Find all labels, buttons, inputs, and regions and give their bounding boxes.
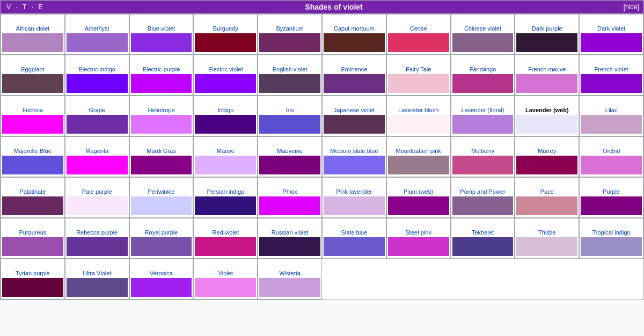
color-cell[interactable]: Phlox (258, 177, 322, 218)
color-cell[interactable]: African violet (1, 14, 65, 55)
color-cell[interactable]: Purpureus (1, 218, 65, 259)
color-cell[interactable]: Dark violet (579, 14, 643, 55)
color-cell[interactable]: Iris (258, 96, 322, 136)
color-cell[interactable]: Orchid (579, 136, 643, 177)
color-cell[interactable]: Electric purple (129, 55, 194, 96)
color-label: Electric indigo (78, 57, 115, 72)
color-cell[interactable]: Tekhelet (451, 218, 515, 259)
color-cell[interactable]: English violet (258, 55, 322, 96)
color-label: Periwinkle (148, 180, 174, 195)
color-swatch (452, 74, 514, 93)
color-label: Thistle (538, 221, 555, 236)
color-cell[interactable]: Ultra Violet (65, 259, 129, 300)
color-cell[interactable]: Tropical indigo (579, 218, 643, 259)
color-cell[interactable]: Palatinate (1, 177, 65, 218)
color-cell[interactable]: Eminence (322, 55, 386, 96)
color-cell[interactable]: Fuchsia (1, 96, 65, 136)
nav-v[interactable]: V (6, 3, 11, 11)
color-label: French mauve (528, 57, 566, 72)
color-cell[interactable]: Mardi Gras (129, 136, 194, 177)
color-cell[interactable]: Persian indigo (193, 177, 258, 218)
color-cell[interactable]: Blue-violet (129, 14, 194, 55)
color-cell[interactable]: Murrey (515, 136, 579, 177)
color-cell[interactable]: Pink lavender (322, 177, 386, 218)
nav-t[interactable]: T (23, 3, 26, 11)
color-label: Mardi Gras (147, 139, 175, 154)
color-cell[interactable]: Purple (579, 177, 643, 218)
color-swatch (388, 33, 449, 52)
nav-links[interactable]: V · T · E (5, 3, 44, 11)
color-cell[interactable]: Lavender (web) (515, 96, 579, 136)
color-cell[interactable]: Pomp and Power (451, 177, 515, 218)
color-label: Mulberry (471, 139, 494, 154)
hide-button[interactable]: [hide] (624, 3, 639, 11)
color-cell[interactable]: Royal purple (129, 218, 194, 259)
color-swatch (131, 196, 192, 215)
color-swatch (67, 115, 128, 134)
color-cell[interactable]: Grape (65, 96, 129, 136)
color-swatch (195, 156, 256, 174)
color-cell[interactable]: Plum (web) (386, 177, 451, 218)
color-cell[interactable]: Russian violet (258, 218, 322, 259)
color-cell[interactable]: Japanese violet (322, 96, 386, 136)
color-swatch (581, 115, 642, 134)
color-cell[interactable]: Cerise (386, 14, 451, 55)
color-cell[interactable]: Dark purple (515, 14, 579, 55)
color-cell[interactable]: Lavender (floral) (451, 96, 515, 136)
color-cell[interactable]: Indigo (193, 96, 258, 136)
color-label: Caput mortuum (334, 17, 375, 32)
color-cell[interactable]: Lilac (579, 96, 643, 136)
color-label: Pomp and Power (460, 180, 505, 195)
color-cell[interactable]: Medium slate blue (322, 136, 386, 177)
color-cell[interactable]: Eggplant (1, 55, 65, 96)
color-cell[interactable]: Electric violet (193, 55, 258, 96)
color-cell[interactable]: Fandango (451, 55, 515, 96)
color-cell[interactable]: Mulberry (451, 136, 515, 177)
color-cell[interactable]: Pale purple (65, 177, 129, 218)
color-cell[interactable]: French violet (579, 55, 643, 96)
color-cell[interactable]: Puce (515, 177, 579, 218)
color-swatch (259, 33, 320, 52)
color-label: Murrey (538, 139, 556, 154)
color-cell[interactable]: Thistle (515, 218, 579, 259)
color-cell[interactable]: Mountbatten pink (386, 136, 451, 177)
color-label: Pale purple (82, 180, 112, 195)
color-label: Dark violet (597, 17, 625, 32)
color-cell[interactable]: Mauveine (258, 136, 322, 177)
color-label: Cerise (410, 17, 427, 32)
color-label: French violet (595, 57, 628, 72)
color-cell[interactable]: Wisteria (258, 259, 322, 300)
color-cell[interactable]: Electric indigo (65, 55, 129, 96)
color-cell[interactable]: Burgundy (193, 14, 258, 55)
color-label: Fairy Tale (406, 57, 431, 72)
color-cell[interactable]: Tyrian purple (1, 259, 65, 300)
color-cell[interactable]: Red-violet (193, 218, 258, 259)
color-cell[interactable]: Majorelle Blue (1, 136, 65, 177)
color-swatch (516, 74, 577, 93)
color-cell[interactable]: Caput mortuum (322, 14, 386, 55)
color-cell[interactable]: Periwinkle (129, 177, 194, 218)
color-cell[interactable]: Steel pink (386, 218, 451, 259)
color-label: Eminence (341, 57, 367, 72)
color-cell[interactable]: Amethyst (65, 14, 129, 55)
color-cell[interactable]: Veronica (129, 259, 194, 300)
color-cell[interactable]: Slate blue (322, 218, 386, 259)
color-cell[interactable]: Lavender blush (386, 96, 451, 136)
color-cell[interactable]: Magenta (65, 136, 129, 177)
color-label: Lilac (605, 98, 618, 113)
color-label: Indigo (217, 98, 233, 113)
color-cell[interactable]: Fairy Tale (386, 55, 451, 96)
color-cell[interactable]: Mauve (193, 136, 258, 177)
color-cell[interactable]: Byzantium (258, 14, 322, 55)
nav-e[interactable]: E (38, 3, 42, 11)
color-cell[interactable]: Rebecca purple (65, 218, 129, 259)
color-swatch (259, 237, 320, 256)
color-cell[interactable]: French mauve (515, 55, 579, 96)
color-cell[interactable]: Heliotrope (129, 96, 194, 136)
color-label: Veronica (150, 261, 173, 276)
color-cell[interactable]: Chinese violet (451, 14, 515, 55)
color-label: Chinese violet (464, 17, 501, 32)
color-cell[interactable]: Violet (193, 259, 258, 300)
color-swatch (195, 33, 256, 52)
color-label: Ultra Violet (83, 261, 112, 276)
